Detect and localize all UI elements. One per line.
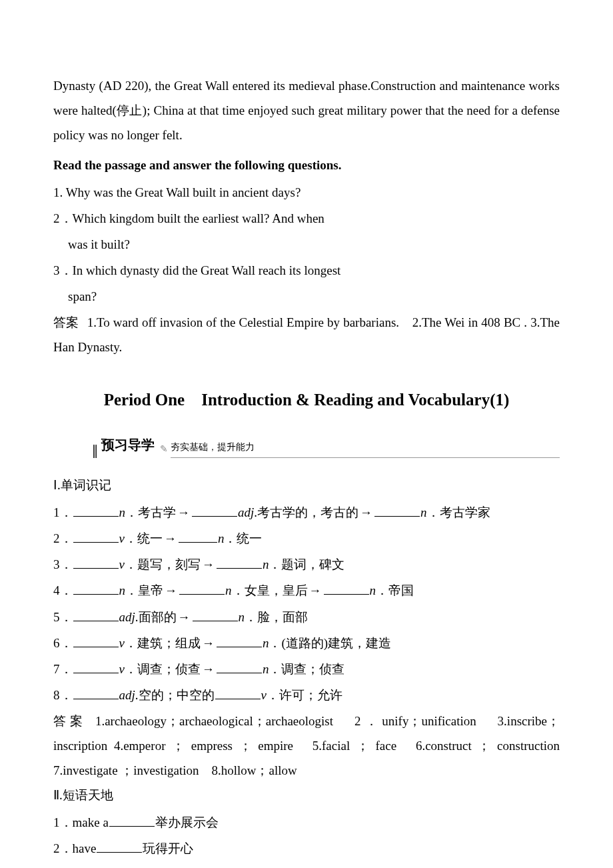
blank-input[interactable]	[109, 814, 155, 827]
vocab-answer: 答案1.archaeology；archaeological；archaeolo…	[53, 709, 560, 783]
blank-input[interactable]	[215, 687, 261, 699]
item-lead: 8．	[53, 688, 73, 702]
blank-input[interactable]	[217, 635, 262, 647]
blank-input[interactable]	[193, 609, 238, 621]
blank-input[interactable]	[179, 582, 225, 595]
section-banner: 预习导学 ✎ 夯实基础，提升能力	[53, 432, 560, 458]
item-part: ．统一	[125, 531, 163, 545]
item-part: .面部的	[135, 610, 177, 624]
blank-input[interactable]	[217, 556, 262, 569]
item-part: ．调查；侦查	[269, 662, 344, 676]
vocab-item-4: 4．n．皇帝→n．女皇，皇后→n．帝国	[53, 578, 560, 603]
section-1-title: Ⅰ.单词识记	[53, 473, 560, 497]
question-header: Read the passage and answer the followin…	[53, 153, 560, 177]
item-part: ．皇帝	[125, 583, 163, 597]
item-part: ．考古学	[125, 505, 176, 519]
item-part: ．(道路的)建筑，建造	[269, 636, 391, 650]
blank-input[interactable]	[324, 582, 369, 595]
blank-input[interactable]	[73, 609, 119, 621]
item-part: ．题写，刻写	[125, 557, 201, 571]
vocab-item-6: 6．v．建筑；组成→n．(道路的)建筑，建造	[53, 631, 560, 655]
blank-input[interactable]	[73, 530, 119, 543]
item-lead: 6．	[53, 636, 73, 650]
vocab-item-2: 2．v．统一→n．统一	[53, 526, 560, 551]
phrase-lead: 1．make a	[53, 815, 109, 829]
phrase-item-1: 1．make a举办展示会	[53, 810, 560, 835]
blank-input[interactable]	[192, 504, 237, 517]
question-3-line2: span?	[53, 284, 560, 309]
item-lead: 4．	[53, 583, 73, 597]
item-part: ．调查；侦查	[125, 662, 201, 676]
blank-input[interactable]	[73, 582, 119, 595]
blank-input[interactable]	[97, 840, 142, 853]
item-part: ．建筑；组成	[125, 636, 201, 650]
item-lead: 7．	[53, 662, 73, 676]
blank-input[interactable]	[73, 661, 119, 673]
answer-label: 答案	[53, 315, 79, 329]
item-lead: 1．	[53, 505, 73, 519]
item-part: ．考古学家	[427, 505, 490, 519]
banner-decoration-icon	[93, 445, 97, 458]
phrase-tail: 举办展示会	[155, 815, 219, 829]
vocab-answer-text: 1.archaeology；archaeological；archaeologi…	[53, 714, 572, 777]
item-part: ．许可；允许	[267, 688, 342, 702]
item-part: ．脸，面部	[245, 610, 308, 624]
item-part: .空的；中空的	[135, 688, 215, 702]
vocab-item-7: 7．v．调查；侦查→n．调查；侦查	[53, 657, 560, 681]
vocab-item-5: 5．adj.面部的→n．脸，面部	[53, 605, 560, 629]
blank-input[interactable]	[217, 661, 262, 673]
item-part: ．帝国	[376, 583, 414, 597]
vocab-item-3: 3．v．题写，刻写→n．题词，碑文	[53, 552, 560, 577]
vocab-item-8: 8．adj.空的；中空的v．许可；允许	[53, 683, 560, 707]
question-2-line1: 2．Which kingdom built the earliest wall?…	[53, 206, 560, 231]
item-lead: 5．	[53, 610, 73, 624]
banner-sub-text: 夯实基础，提升能力	[171, 438, 560, 458]
item-part: ．统一	[224, 531, 262, 545]
reading-answer: 答案1.To ward off invasion of the Celestia…	[53, 310, 560, 359]
blank-input[interactable]	[73, 635, 119, 647]
phrase-lead: 2．have	[53, 841, 96, 855]
section-2-title: Ⅱ.短语天地	[53, 783, 560, 807]
vocab-item-1: 1．n．考古学→adj.考古学的，考古的→n．考古学家	[53, 500, 560, 525]
answer-text: 1.To ward off invasion of the Celestial …	[53, 315, 560, 354]
answer-label: 答案	[53, 714, 87, 728]
blank-input[interactable]	[374, 504, 420, 517]
blank-input[interactable]	[73, 556, 119, 569]
phrase-tail: 玩得开心	[143, 841, 193, 855]
phrase-item-2: 2．have玩得开心	[53, 836, 560, 861]
passage-text: Dynasty (AD 220), the Great Wall entered…	[53, 73, 560, 147]
item-part: ．题词，碑文	[269, 557, 344, 571]
question-3-line1: 3．In which dynasty did the Great Wall re…	[53, 258, 560, 283]
item-lead: 2．	[53, 531, 73, 545]
question-2-line2: was it built?	[53, 232, 560, 257]
pencil-icon: ✎	[160, 440, 168, 458]
item-part: ．女皇，皇后	[232, 583, 308, 597]
item-lead: 3．	[53, 557, 73, 571]
banner-main-text: 预习导学	[101, 432, 155, 458]
question-1: 1. Why was the Great Wall built in ancie…	[53, 180, 560, 205]
item-part: .考古学的，考古的	[254, 505, 358, 519]
blank-input[interactable]	[73, 504, 119, 517]
period-title: Period One Introduction & Reading and Vo…	[53, 384, 560, 417]
blank-input[interactable]	[73, 687, 119, 699]
blank-input[interactable]	[179, 530, 217, 543]
